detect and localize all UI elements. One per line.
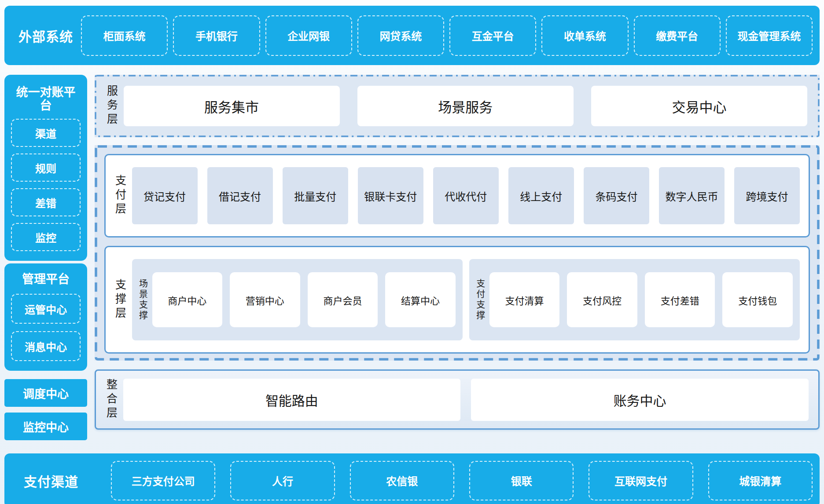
external-system-item: 互金平台 [449, 15, 536, 56]
integration-layer-label: 整合层 [105, 379, 117, 421]
payment-item: 批量支付 [283, 167, 348, 224]
payment-layer: 支付层 贷记支付 借记支付 批量支付 银联卡支付 代收代付 线上支付 条码支付 … [104, 154, 810, 237]
architecture-diagram: 外部系统 柜面系统 手机银行 企业网银 网贷系统 互金平台 收单系统 缴费平台 … [0, 0, 824, 504]
dispatch-center-block: 调度中心 [4, 379, 87, 407]
external-system-item: 收单系统 [541, 15, 628, 56]
reconciliation-platform-block: 统一对账平台 渠道 规则 差错 监控 [4, 75, 87, 261]
scene-support-group: 场景支撑 商户中心 营销中心 商户会员 结算中心 [132, 259, 463, 340]
payment-channel-item: 人行 [230, 461, 335, 500]
external-system-item: 柜面系统 [81, 15, 168, 56]
payment-channel-item: 农信银 [350, 461, 454, 500]
payment-support-item: 支付风控 [567, 272, 637, 327]
external-system-item: 现金管理系统 [726, 15, 813, 56]
external-system-item: 企业网银 [265, 15, 352, 56]
service-item: 场景服务 [357, 86, 574, 126]
reconciliation-item: 渠道 [11, 119, 81, 147]
support-layer: 支撑层 场景支撑 商户中心 营销中心 商户会员 结算中心 [104, 246, 810, 354]
management-platform-title: 管理平台 [11, 273, 81, 286]
payment-channels-bar: 支付渠道 三方支付公司 人行 农信银 银联 互联网支付 城银清算 [4, 453, 820, 504]
payment-layer-items: 贷记支付 借记支付 批量支付 银联卡支付 代收代付 线上支付 条码支付 数字人民… [132, 167, 800, 224]
payment-item: 线上支付 [508, 167, 574, 224]
service-layer-items: 服务集市 场景服务 交易中心 [124, 86, 808, 126]
payment-support-item: 支付钱包 [722, 272, 793, 327]
payment-support-label: 支付支撑 [475, 279, 485, 321]
service-item: 交易中心 [591, 86, 807, 126]
payment-support-item: 支付差错 [645, 272, 715, 327]
payment-channels-title: 支付渠道 [24, 471, 85, 490]
reconciliation-platform-title: 统一对账平台 [11, 86, 81, 112]
reconciliation-item: 差错 [11, 188, 81, 216]
payment-support-group: 支付支撑 支付清算 支付风控 支付差错 支付钱包 [469, 259, 800, 340]
scene-support-label: 场景支撑 [138, 279, 148, 321]
service-item: 服务集市 [124, 86, 340, 126]
payment-support-item: 支付清算 [489, 272, 560, 327]
external-system-item: 网贷系统 [357, 15, 444, 56]
left-column: 统一对账平台 渠道 规则 差错 监控 管理平台 运管中心 消息中心 调度中心 监… [4, 75, 87, 440]
integration-item: 智能路由 [123, 379, 461, 421]
payment-item: 代收代付 [433, 167, 499, 224]
external-systems-items: 柜面系统 手机银行 企业网银 网贷系统 互金平台 收单系统 缴费平台 现金管理系… [81, 15, 813, 56]
scene-support-items: 商户中心 营销中心 商户会员 结算中心 [152, 272, 456, 327]
service-layer: 服务层 服务集市 场景服务 交易中心 [95, 75, 820, 137]
core-layers-frame: 支付层 贷记支付 借记支付 批量支付 银联卡支付 代收代付 线上支付 条码支付 … [95, 145, 820, 361]
payment-item: 条码支付 [584, 167, 649, 224]
payment-channels-items: 三方支付公司 人行 农信银 银联 互联网支付 城银清算 [111, 461, 813, 500]
external-systems-bar: 外部系统 柜面系统 手机银行 企业网银 网贷系统 互金平台 收单系统 缴费平台 … [4, 6, 820, 65]
payment-support-items: 支付清算 支付风控 支付差错 支付钱包 [489, 272, 793, 327]
scene-support-item: 商户会员 [308, 272, 378, 327]
payment-item: 借记支付 [207, 167, 273, 224]
payment-channel-item: 互联网支付 [589, 461, 693, 500]
integration-item: 账务中心 [471, 379, 809, 421]
scene-support-item: 营销中心 [230, 272, 300, 327]
payment-item: 跨境支付 [734, 167, 800, 224]
reconciliation-item: 监控 [11, 223, 81, 251]
payment-channel-item: 三方支付公司 [111, 461, 215, 500]
scene-support-item: 结算中心 [385, 272, 456, 327]
payment-layer-label: 支付层 [114, 175, 126, 217]
management-item: 消息中心 [11, 331, 81, 361]
service-layer-label: 服务层 [105, 85, 118, 127]
integration-layer-items: 智能路由 账务中心 [123, 379, 809, 421]
integration-layer: 整合层 智能路由 账务中心 [95, 369, 820, 430]
support-layer-label: 支撑层 [114, 279, 126, 321]
payment-item: 数字人民币 [659, 167, 725, 224]
payment-item: 银联卡支付 [358, 167, 423, 224]
scene-support-item: 商户中心 [152, 272, 223, 327]
payment-channel-item: 城银清算 [708, 461, 813, 500]
monitor-center-block: 监控中心 [4, 413, 87, 440]
management-platform-block: 管理平台 运管中心 消息中心 [4, 263, 87, 371]
external-system-item: 手机银行 [173, 15, 260, 56]
payment-item: 贷记支付 [132, 167, 198, 224]
support-layer-groups: 场景支撑 商户中心 营销中心 商户会员 结算中心 支付支撑 支付清算 [132, 259, 800, 340]
reconciliation-item: 规则 [11, 153, 81, 182]
payment-channel-item: 银联 [469, 461, 574, 500]
management-item: 运管中心 [11, 294, 81, 324]
content-area: 统一对账平台 渠道 规则 差错 监控 管理平台 运管中心 消息中心 调度中心 监… [4, 75, 820, 440]
external-system-item: 缴费平台 [634, 15, 721, 56]
external-systems-title: 外部系统 [18, 26, 77, 45]
middle-column: 服务层 服务集市 场景服务 交易中心 支付层 贷记支付 借记支付 批 [95, 75, 820, 440]
